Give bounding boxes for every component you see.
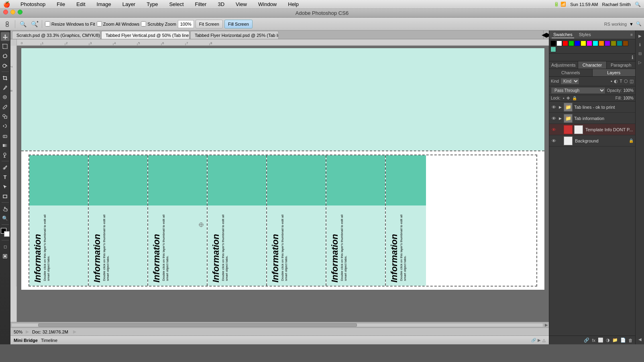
swatch-olive[interactable]	[611, 41, 616, 46]
zoom-tool[interactable]: 🔍	[1, 214, 10, 223]
swatch-white[interactable]	[556, 41, 562, 46]
opacity-value[interactable]: 100%	[623, 88, 634, 93]
scroll-arrow[interactable]: ▶	[545, 323, 548, 327]
styles-tab[interactable]: Styles	[577, 31, 593, 38]
menu-photoshop[interactable]: Photoshop	[18, 1, 48, 7]
outer-actions-icon[interactable]: ▷	[636, 59, 644, 66]
minimize-button[interactable]	[10, 10, 15, 14]
layer-item-template[interactable]: 👁 Template Info DONT P...	[549, 124, 635, 135]
swatch-orange[interactable]	[599, 41, 604, 46]
quick-selection-tool[interactable]	[1, 61, 10, 70]
link-layers-icon[interactable]: 🔗	[584, 338, 589, 343]
resize-windows-checkbox[interactable]: Resize Windows to Fit	[45, 21, 95, 26]
layer-item-tabinfo[interactable]: 👁 ▶ 📁 Tab information	[549, 113, 635, 124]
lock-all-icon[interactable]: 🔒	[572, 96, 577, 100]
tab-vertical[interactable]: Tabbed Flyer Vertical.psd @ 50% (Tab lin…	[101, 31, 190, 39]
menu-select[interactable]: Select	[167, 1, 186, 7]
blend-mode-select[interactable]: Pass Through	[551, 87, 605, 94]
fit-screen-button[interactable]: Fit Screen	[196, 20, 223, 28]
swatch-yellow[interactable]	[581, 41, 586, 46]
workspace-search-icon[interactable]: 🔍	[636, 21, 642, 26]
new-layer-icon[interactable]: 📄	[620, 338, 626, 343]
swatch-red[interactable]	[562, 41, 568, 46]
swatches-menu-icon[interactable]: ≡	[630, 33, 633, 37]
kind-filter-select[interactable]: Kind	[560, 78, 579, 85]
layer-expand-tablines[interactable]: ▶	[558, 105, 562, 109]
zoom-out-icon[interactable]: 🔍	[18, 19, 28, 29]
layer-expand-background[interactable]	[558, 139, 562, 143]
menu-window[interactable]: Window	[256, 1, 279, 7]
zoom-arrow[interactable]: ▶	[26, 329, 29, 334]
type-tool[interactable]: T	[1, 173, 10, 181]
outer-history-icon[interactable]: ⊟	[636, 50, 644, 57]
background-color[interactable]	[4, 231, 10, 237]
menu-view[interactable]: View	[233, 1, 249, 7]
crop-tool[interactable]	[1, 73, 10, 82]
layer-item-background[interactable]: 👁 Background 🔒	[549, 135, 635, 146]
screen-mode-button[interactable]	[1, 252, 10, 260]
outer-collapse-icon[interactable]: ◀	[636, 336, 644, 343]
timeline-tab[interactable]: Timeline	[41, 338, 57, 343]
swatch-magenta[interactable]	[587, 41, 592, 46]
tab-horizontal[interactable]: Tabbed Flyer Horizontal.psd @ 25% (Tab I…	[190, 31, 279, 39]
lasso-tool[interactable]	[1, 51, 10, 60]
menu-help[interactable]: Help	[285, 1, 301, 7]
pen-tool[interactable]	[1, 163, 10, 172]
move-tool[interactable]	[1, 32, 10, 41]
path-selection-tool[interactable]	[1, 182, 10, 191]
lock-pixels-icon[interactable]: ▪	[563, 96, 565, 100]
fill-screen-button[interactable]: Fill Screen	[224, 20, 253, 28]
zoom-in-icon[interactable]: 🔍+	[29, 19, 39, 29]
spot-healing-tool[interactable]	[1, 93, 10, 102]
resize-windows-input[interactable]	[45, 21, 50, 26]
tab-scratch[interactable]: Scratch.psd @ 33.3% (Graphics, CMYK/8) ✕	[12, 31, 100, 39]
outer-arrow-icon[interactable]: ▶	[636, 32, 644, 39]
layers-tab-btn[interactable]: Layers	[593, 69, 636, 76]
paragraph-tab[interactable]: Paragraph	[607, 61, 635, 69]
layer-item-tablines[interactable]: 👁 ▶ 📁 Tab lines - ok to print	[549, 102, 635, 113]
adjustment-filter-icon[interactable]: ◐	[614, 79, 618, 84]
brush-tool[interactable]	[1, 102, 10, 111]
fill-value[interactable]: 100%	[623, 96, 634, 100]
swatch-purple[interactable]	[605, 41, 610, 46]
menu-filter[interactable]: Filter	[193, 1, 209, 7]
type-filter-icon[interactable]: T	[620, 79, 622, 84]
mini-bridge-more-icon[interactable]: ▶	[538, 338, 541, 342]
eraser-tool[interactable]	[1, 131, 10, 140]
rectangular-marquee-tool[interactable]	[1, 42, 10, 51]
channels-tab[interactable]: Channels	[549, 69, 593, 76]
shape-filter-icon[interactable]: ⬡	[624, 79, 628, 84]
layer-eye-tabinfo[interactable]: 👁	[551, 116, 556, 121]
color-swatches[interactable]	[1, 228, 10, 237]
horizontal-scrollbar[interactable]: ▶	[10, 322, 549, 327]
zoom-all-input[interactable]	[97, 21, 102, 26]
hand-tool[interactable]	[1, 204, 10, 213]
menu-3d[interactable]: 3D	[215, 1, 227, 7]
dodge-tool[interactable]	[1, 150, 10, 159]
swatch-teal[interactable]	[617, 41, 622, 46]
maximize-button[interactable]	[18, 10, 22, 14]
apple-menu[interactable]: 🍎	[3, 1, 10, 8]
menu-layer[interactable]: Layer	[120, 1, 138, 7]
zoom-all-checkbox[interactable]: Zoom All Windows	[97, 21, 139, 26]
delete-layer-icon[interactable]: 🗑	[628, 338, 633, 343]
tab-collapse-icon[interactable]: ◀▶	[543, 31, 549, 39]
swatch-black[interactable]	[550, 41, 556, 46]
search-icon[interactable]: 🔍	[635, 2, 641, 7]
smart-filter-icon[interactable]: ◫	[630, 79, 634, 84]
mini-bridge-tab[interactable]: Mini Bridge	[14, 338, 38, 343]
scrubby-zoom-checkbox[interactable]: Scrubby Zoom	[141, 21, 176, 26]
swatch-blue[interactable]	[575, 41, 580, 46]
outer-info-icon[interactable]: ℹ	[636, 41, 644, 48]
canvas-scroll[interactable]: Information Double click on this layer's…	[17, 46, 549, 322]
layer-mask-icon[interactable]: ⬜	[598, 338, 603, 343]
menu-type[interactable]: Type	[144, 1, 160, 7]
menu-image[interactable]: Image	[94, 1, 114, 7]
swatch-mint[interactable]	[550, 47, 556, 52]
doc-size-arrow[interactable]: ▶	[73, 329, 76, 334]
adjustment-layer-icon[interactable]: ◑	[606, 338, 610, 343]
layer-expand-template[interactable]	[558, 128, 562, 132]
menu-file[interactable]: File	[54, 1, 67, 7]
scrubby-zoom-input[interactable]	[141, 21, 146, 26]
menu-edit[interactable]: Edit	[74, 1, 88, 7]
